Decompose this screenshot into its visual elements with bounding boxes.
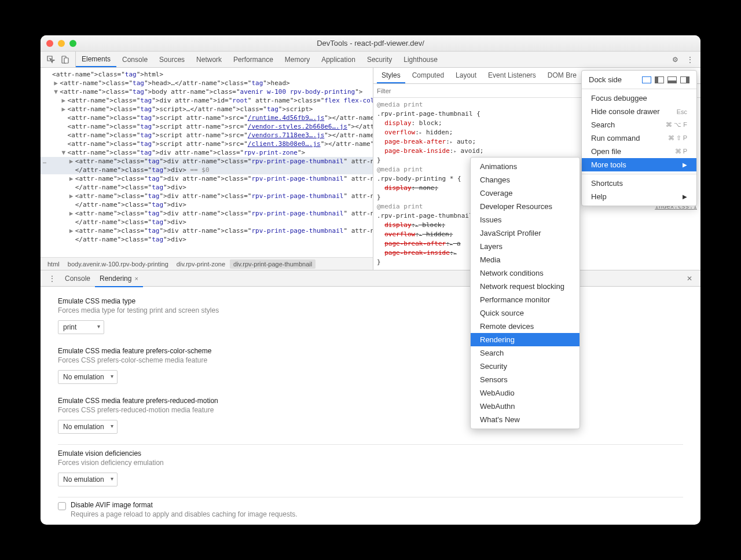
submenu-item-network-request-blocking[interactable]: Network request blocking xyxy=(471,280,579,293)
submenu-item-developer-resources[interactable]: Developer Resources xyxy=(471,200,579,213)
section-desc: Forces vision deficiency emulation xyxy=(58,459,683,467)
submenu-item-what's-new[interactable]: What's New xyxy=(471,413,579,426)
window-title: DevTools - react-pdf-viewer.dev/ xyxy=(317,39,424,47)
styles-tab-event-listeners[interactable]: Event Listeners xyxy=(483,68,541,83)
device-icon[interactable] xyxy=(60,55,69,64)
dom-node[interactable]: <attr-name">class="tag">script attr-name… xyxy=(41,114,373,122)
submenu-item-coverage[interactable]: Coverage xyxy=(471,186,579,200)
devtools-window: DevTools - react-pdf-viewer.dev/ Element… xyxy=(41,35,700,525)
drawer-tab-console[interactable]: Console xyxy=(60,271,95,286)
styles-tab-layout[interactable]: Layout xyxy=(451,68,481,83)
submenu-item-issues[interactable]: Issues xyxy=(471,213,579,226)
dom-node[interactable]: </attr-name">class="tag">div> xyxy=(41,235,373,244)
rendering-panel: Emulate CSS media typeForces media type … xyxy=(41,287,700,525)
submenu-item-remote-devices[interactable]: Remote devices xyxy=(471,320,579,333)
drawer-kebab-icon[interactable]: ⋮ xyxy=(44,274,60,283)
submenu-item-rendering[interactable]: Rendering xyxy=(471,333,579,346)
kebab-icon[interactable]: ⋮ xyxy=(685,55,695,64)
submenu-item-network-conditions[interactable]: Network conditions xyxy=(471,266,579,280)
breadcrumb-item[interactable]: div.rpv-print-zone xyxy=(173,259,229,269)
submenu-item-media[interactable]: Media xyxy=(471,253,579,266)
dom-node[interactable]: ▶<attr-name">class="tag">head>…</attr-na… xyxy=(41,79,373,87)
menu-item-help[interactable]: Help▶ xyxy=(582,190,696,203)
dom-node[interactable]: </attr-name">class="tag">div> xyxy=(41,183,373,192)
tab-performance[interactable]: Performance xyxy=(228,52,279,67)
submenu-item-webaudio[interactable]: WebAudio xyxy=(471,386,579,400)
elements-panel: <attr-name">class="tag">html> ▶<attr-nam… xyxy=(41,68,373,270)
minimize-icon[interactable] xyxy=(58,40,65,47)
submenu-item-changes[interactable]: Changes xyxy=(471,173,579,186)
tab-lighthouse[interactable]: Lighthouse xyxy=(398,52,443,67)
submenu-item-animations[interactable]: Animations xyxy=(471,160,579,173)
tab-memory[interactable]: Memory xyxy=(279,52,316,67)
menu-item-open-file[interactable]: Open file⌘ P xyxy=(582,145,696,158)
styles-tab-styles[interactable]: Styles xyxy=(377,68,405,83)
dom-tree[interactable]: <attr-name">class="tag">html> ▶<attr-nam… xyxy=(41,68,373,257)
drawer-tab-rendering[interactable]: Rendering × xyxy=(95,271,143,287)
dom-node[interactable]: </attr-name">class="tag">div> xyxy=(41,200,373,209)
gear-icon[interactable]: ⚙ xyxy=(670,55,680,64)
dom-node[interactable]: ▼<attr-name">class="tag">div attr-name">… xyxy=(41,148,373,157)
console-drawer: ⋮ ConsoleRendering × ✕ Emulate CSS media… xyxy=(41,270,700,525)
dock-right-icon[interactable] xyxy=(680,76,689,83)
menu-item-search[interactable]: Search⌘ ⌥ F xyxy=(582,118,696,131)
inspect-icon[interactable] xyxy=(46,55,56,64)
more-tools-submenu: AnimationsChangesCoverageDeveloper Resou… xyxy=(470,157,580,429)
menu-item-run-command[interactable]: Run command⌘ ⇧ P xyxy=(582,131,696,145)
dom-node[interactable]: ▼<attr-name">class="tag">body attr-name"… xyxy=(41,87,373,96)
drawer-close-icon[interactable]: ✕ xyxy=(682,274,697,283)
submenu-item-performance-monitor[interactable]: Performance monitor xyxy=(471,293,579,306)
dom-node[interactable]: ▶<attr-name">class="tag">div attr-name">… xyxy=(41,226,373,235)
close-icon[interactable] xyxy=(46,40,53,47)
tab-security[interactable]: Security xyxy=(361,52,398,67)
submenu-item-security[interactable]: Security xyxy=(471,360,579,373)
styles-tab-dom-bre[interactable]: DOM Bre xyxy=(543,68,581,83)
dom-node[interactable]: ▶<attr-name">class="tag">script>…</attr-… xyxy=(41,105,373,114)
section-title: Emulate vision deficiencies xyxy=(58,449,683,457)
breadcrumb-item[interactable]: body.avenir.w-100.rpv-body-printing xyxy=(64,259,172,269)
dom-node[interactable]: ▶<attr-name">class="tag">div attr-name">… xyxy=(41,209,373,218)
submenu-item-layers[interactable]: Layers xyxy=(471,240,579,253)
dom-node[interactable]: ▶<attr-name">class="tag">div attr-name">… xyxy=(41,157,373,166)
dock-bottom-icon[interactable] xyxy=(667,76,677,83)
tab-elements[interactable]: Elements xyxy=(76,52,116,67)
breadcrumb-item[interactable]: div.rpv-print-page-thumbnail xyxy=(230,259,316,269)
dock-left-icon[interactable] xyxy=(655,76,664,83)
dom-node[interactable]: </attr-name">class="tag">div> == $0 xyxy=(41,166,373,174)
dock-popout-icon[interactable] xyxy=(642,76,651,83)
select-emulate-css-media-feature-prefers-reduced-motion[interactable]: No emulation xyxy=(58,420,118,434)
select-emulate-css-media-type[interactable]: print xyxy=(58,320,104,334)
tab-application[interactable]: Application xyxy=(316,52,361,67)
tab-network[interactable]: Network xyxy=(190,52,228,67)
dock-side-row: Dock side xyxy=(582,73,696,86)
dom-node[interactable]: ▶<attr-name">class="tag">div attr-name">… xyxy=(41,192,373,200)
checkbox[interactable] xyxy=(58,502,66,510)
checkbox-label: Disable AVIF image format xyxy=(71,501,298,509)
tab-sources[interactable]: Sources xyxy=(153,52,190,67)
menu-item-shortcuts[interactable]: Shortcuts xyxy=(582,177,696,190)
dom-node[interactable]: <attr-name">class="tag">script attr-name… xyxy=(41,122,373,131)
select-emulate-vision-deficiencies[interactable]: No emulation xyxy=(58,473,118,486)
menu-item-hide-console-drawer[interactable]: Hide console drawerEsc xyxy=(582,105,696,118)
dom-node[interactable]: ▶<attr-name">class="tag">div attr-name">… xyxy=(41,174,373,183)
menu-item-focus-debuggee[interactable]: Focus debuggee xyxy=(582,91,696,105)
breadcrumb-item[interactable]: html xyxy=(44,259,63,269)
titlebar: DevTools - react-pdf-viewer.dev/ xyxy=(41,35,700,52)
submenu-item-search[interactable]: Search xyxy=(471,346,579,360)
styles-tab-computed[interactable]: Computed xyxy=(408,68,449,83)
submenu-item-javascript-profiler[interactable]: JavaScript Profiler xyxy=(471,226,579,240)
dom-node[interactable]: <attr-name">class="tag">html> xyxy=(41,70,373,79)
dom-node[interactable]: </attr-name">class="tag">div> xyxy=(41,218,373,226)
submenu-item-quick-source[interactable]: Quick source xyxy=(471,306,579,320)
menu-item-more-tools[interactable]: More tools▶ xyxy=(582,158,696,171)
select-emulate-css-media-feature-prefers-color-scheme[interactable]: No emulation xyxy=(58,370,118,384)
dom-node[interactable]: <attr-name">class="tag">script attr-name… xyxy=(41,140,373,148)
section-desc: Forces CSS prefers-color-scheme media fe… xyxy=(58,356,683,364)
tab-console[interactable]: Console xyxy=(116,52,153,67)
dom-node[interactable]: <attr-name">class="tag">script attr-name… xyxy=(41,131,373,140)
dom-node[interactable]: ▶<attr-name">class="tag">div attr-name">… xyxy=(41,96,373,105)
submenu-item-sensors[interactable]: Sensors xyxy=(471,373,579,386)
submenu-item-webauthn[interactable]: WebAuthn xyxy=(471,400,579,413)
zoom-icon[interactable] xyxy=(69,40,76,47)
breadcrumb: htmlbody.avenir.w-100.rpv-body-printingd… xyxy=(41,257,373,270)
